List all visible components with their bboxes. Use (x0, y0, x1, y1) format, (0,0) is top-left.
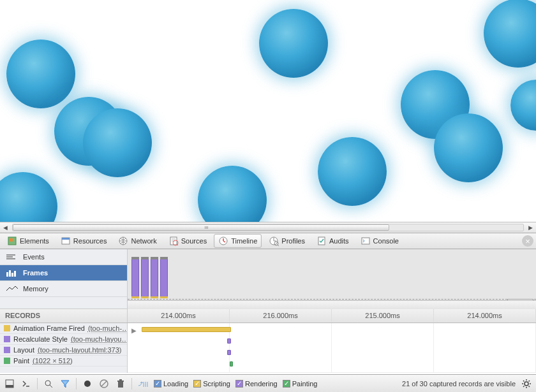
records-chart[interactable]: ▶ (128, 323, 536, 373)
time-col: 214.000ms (434, 309, 536, 323)
tab-label: Console (373, 237, 399, 245)
record-link[interactable]: (too-much-layou… (71, 335, 127, 343)
separator (37, 378, 38, 389)
tab-label: Network (131, 237, 156, 245)
svg-rect-19 (6, 272, 8, 277)
timeline-mode-sidebar: Events Frames Memory (0, 249, 128, 309)
record-link[interactable]: (too-much-… (88, 324, 127, 332)
frames-overview[interactable]: 30 FPS (128, 249, 536, 309)
record-label: Animation Frame Fired (13, 324, 85, 332)
record-label: Paint (13, 357, 29, 365)
frame-bar (141, 259, 149, 297)
frame-bars (131, 253, 168, 297)
tab-elements[interactable]: Elements (3, 234, 54, 248)
expand-icon[interactable]: ▶ (131, 327, 137, 334)
mode-frames[interactable]: Frames (0, 265, 127, 281)
tab-network[interactable]: Network (114, 234, 161, 248)
record-icon[interactable] (82, 378, 93, 389)
svg-rect-24 (6, 385, 13, 388)
color-swatch-icon (4, 325, 10, 331)
bar-animation-frame[interactable] (142, 327, 231, 332)
svg-rect-20 (9, 270, 11, 277)
records-body: Animation Frame Fired (too-much-… Recalc… (0, 323, 536, 373)
bar-layout[interactable] (227, 350, 231, 355)
timeline-overview: Events Frames Memory 30 FPS (0, 249, 536, 309)
dock-icon[interactable] (4, 378, 15, 389)
profiles-icon (269, 236, 279, 246)
ball (83, 108, 152, 177)
console-toggle-icon[interactable] (20, 378, 32, 389)
filter-label: Painting (292, 380, 318, 388)
overview-scrollbar[interactable] (128, 300, 536, 309)
time-columns: 214.000ms 216.000ms 215.000ms 214.000ms (128, 309, 536, 323)
console-icon (361, 236, 371, 246)
mode-events[interactable]: Events (0, 249, 127, 265)
bar-recalc-style[interactable] (227, 338, 231, 344)
tab-timeline[interactable]: Timeline (214, 234, 262, 248)
record-link[interactable]: (1022 × 512) (33, 357, 73, 365)
tab-label: Sources (181, 237, 207, 245)
svg-rect-22 (14, 271, 16, 277)
filter-label: Loading (163, 380, 188, 388)
horizontal-scrollbar[interactable]: ◄ ► (0, 222, 536, 233)
ball (0, 172, 57, 222)
tab-label: Timeline (231, 237, 257, 245)
svg-point-28 (84, 381, 91, 387)
frame-bar (131, 259, 139, 297)
memory-icon (6, 285, 18, 293)
events-icon (6, 253, 18, 261)
garbage-icon[interactable] (115, 378, 126, 389)
resources-icon (61, 236, 71, 246)
tab-audits[interactable]: Audits (312, 234, 354, 248)
frames-icon (6, 269, 18, 277)
svg-line-13 (278, 245, 279, 246)
scroll-thumb[interactable] (13, 224, 389, 231)
filter-label: Rendering (245, 380, 278, 388)
records-list: Animation Frame Fired (too-much-… Recalc… (0, 323, 128, 373)
records-title: RECORDS (0, 309, 128, 323)
record-link[interactable]: (too-much-layout.html:373) (38, 346, 121, 354)
filter-label: Scripting (203, 380, 230, 388)
svg-rect-1 (10, 238, 13, 242)
checkbox-icon: ✓ (193, 380, 201, 388)
clear-icon[interactable] (98, 378, 110, 389)
glue-icon[interactable] (137, 378, 149, 389)
tab-label: Audits (329, 237, 349, 245)
svg-rect-31 (118, 382, 123, 388)
tab-sources[interactable]: Sources (164, 234, 211, 248)
record-row[interactable]: Animation Frame Fired (too-much-… (0, 323, 127, 334)
bottom-toolbar: ✓ Loading ✓ Scripting ✓ Rendering ✓ Pain… (0, 374, 536, 392)
mode-label: Frames (23, 269, 48, 277)
scroll-track[interactable] (12, 224, 524, 231)
bar-paint[interactable] (230, 361, 233, 367)
filter-scripting[interactable]: ✓ Scripting (193, 380, 230, 388)
ball (318, 137, 387, 206)
tab-profiles[interactable]: Profiles (264, 234, 309, 248)
filter-loading[interactable]: ✓ Loading (154, 380, 188, 388)
tab-resources[interactable]: Resources (56, 234, 112, 248)
time-col: 216.000ms (230, 309, 332, 323)
audits-icon (316, 236, 327, 246)
mode-memory[interactable]: Memory (0, 281, 127, 297)
record-row[interactable]: Paint (1022 × 512) (0, 356, 127, 367)
scroll-right-arrow[interactable]: ► (525, 222, 536, 233)
records-header: RECORDS 214.000ms 216.000ms 215.000ms 21… (0, 309, 536, 323)
search-icon[interactable] (43, 378, 54, 389)
svg-point-37 (525, 382, 528, 386)
filter-icon[interactable] (59, 378, 71, 389)
close-devtools-button[interactable]: × (522, 235, 533, 247)
svg-line-42 (523, 381, 525, 382)
filter-painting[interactable]: ✓ Painting (283, 380, 318, 388)
separator (76, 378, 77, 389)
tab-console[interactable]: Console (356, 234, 403, 248)
settings-icon[interactable] (521, 378, 532, 389)
record-row[interactable]: Layout (too-much-layout.html:373) (0, 345, 127, 356)
checkbox-icon: ✓ (283, 380, 290, 388)
frame-bar (160, 259, 168, 297)
filter-rendering[interactable]: ✓ Rendering (235, 380, 278, 388)
record-row[interactable]: Recalculate Style (too-much-layou… (0, 334, 127, 345)
ball (198, 166, 267, 222)
scroll-left-arrow[interactable]: ◄ (0, 222, 11, 233)
tab-label: Profiles (281, 237, 305, 245)
svg-line-27 (50, 385, 52, 388)
